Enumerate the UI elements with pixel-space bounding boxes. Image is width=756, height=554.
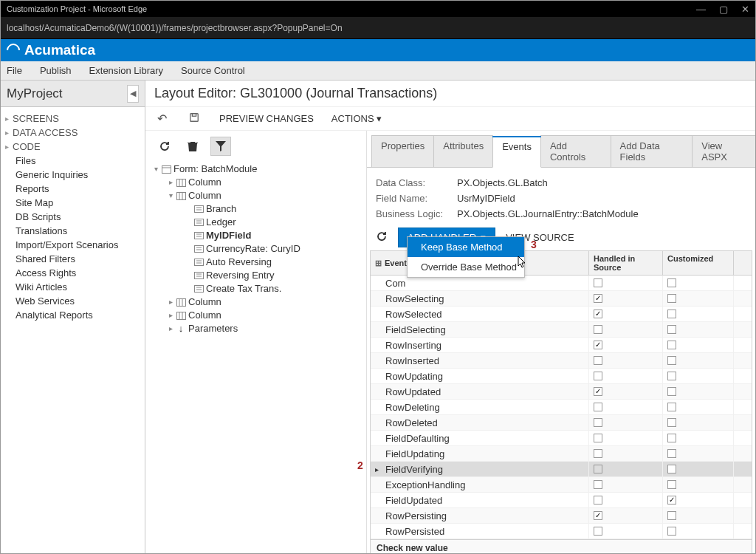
- col-event-handler[interactable]: Event: [385, 259, 407, 267]
- table-row[interactable]: ▸RowInserting: [371, 338, 752, 353]
- handled-checkbox[interactable]: [594, 527, 602, 536]
- tab-view-aspx[interactable]: View ASPX: [692, 135, 755, 167]
- table-row[interactable]: ▸RowInserted: [371, 353, 752, 369]
- sidebar-item-shared-filters[interactable]: Shared Filters: [1, 252, 145, 266]
- customized-checkbox[interactable]: [667, 465, 676, 473]
- sidebar-item-wiki-articles[interactable]: Wiki Articles: [1, 280, 145, 294]
- handled-checkbox[interactable]: [594, 294, 602, 303]
- save-icon[interactable]: [187, 112, 202, 126]
- handled-checkbox[interactable]: [594, 325, 602, 334]
- address-bar[interactable]: localhost/AcumaticaDemo6/(W(10001))/fram…: [1, 17, 755, 39]
- customized-checkbox[interactable]: [667, 387, 676, 396]
- sidebar-section-code[interactable]: ▸CODE: [1, 140, 145, 154]
- sidebar-item-db-scripts[interactable]: DB Scripts: [1, 210, 145, 224]
- customized-checkbox[interactable]: [667, 294, 676, 303]
- menu-publish[interactable]: Publish: [40, 65, 72, 76]
- handled-checkbox[interactable]: [594, 341, 602, 349]
- table-row[interactable]: ▸RowUpdating: [371, 369, 752, 384]
- tree-field-createtax[interactable]: Create Tax Trans.: [148, 281, 363, 295]
- customized-checkbox[interactable]: [667, 325, 676, 334]
- customized-checkbox[interactable]: [667, 480, 676, 489]
- sidebar-section-data-access[interactable]: ▸DATA ACCESS: [1, 126, 145, 140]
- sidebar-section-screens[interactable]: ▸SCREENS: [1, 112, 145, 126]
- handled-checkbox[interactable]: [594, 480, 602, 489]
- close-icon[interactable]: ✕: [741, 4, 749, 15]
- sidebar-item-web-services[interactable]: Web Services: [1, 294, 145, 308]
- handled-checkbox[interactable]: [594, 496, 602, 505]
- customized-checkbox[interactable]: [667, 511, 676, 520]
- tree-field-currencyrate[interactable]: CurrencyRate: CuryID: [148, 242, 363, 255]
- sidebar-item-import-export[interactable]: Import/Export Scenarios: [1, 238, 145, 252]
- tree-column-4[interactable]: ▸Column: [148, 308, 363, 321]
- table-row[interactable]: ▸ExceptionHandling: [371, 477, 752, 493]
- dropdown-keep-base[interactable]: Keep Base Method: [408, 237, 524, 257]
- customized-checkbox[interactable]: [667, 418, 676, 427]
- sidebar-collapse-icon[interactable]: ◀: [127, 85, 139, 103]
- actions-button[interactable]: ACTIONS ▾: [331, 113, 382, 124]
- handled-checkbox[interactable]: [594, 465, 602, 473]
- col-customized[interactable]: Customized: [663, 251, 734, 275]
- menu-file[interactable]: File: [7, 65, 22, 76]
- table-row[interactable]: ▸RowSelected: [371, 307, 752, 322]
- menu-source-control[interactable]: Source Control: [181, 65, 245, 76]
- customized-checkbox[interactable]: [667, 449, 676, 458]
- tab-attributes[interactable]: Attributes: [433, 135, 493, 167]
- tree-parameters[interactable]: ▸↓Parameters: [148, 321, 363, 335]
- sidebar-item-site-map[interactable]: Site Map: [1, 196, 145, 210]
- tab-properties[interactable]: Properties: [371, 135, 434, 167]
- table-row[interactable]: ▸FieldUpdating: [371, 446, 752, 462]
- tree-field-ledger[interactable]: Ledger: [148, 215, 363, 228]
- tree-field-reversingentry[interactable]: Reversing Entry: [148, 268, 363, 281]
- refresh-icon[interactable]: [154, 137, 175, 156]
- sidebar-item-files[interactable]: Files: [1, 154, 145, 168]
- table-row[interactable]: ▸RowDeleting: [371, 400, 752, 415]
- tree-column-2[interactable]: ▾Column: [148, 188, 363, 202]
- row-selector-icon[interactable]: ⊞: [375, 259, 382, 268]
- handled-checkbox[interactable]: [594, 387, 602, 396]
- handled-checkbox[interactable]: [594, 278, 602, 287]
- customized-checkbox[interactable]: [667, 278, 676, 287]
- col-handled[interactable]: Handled in Source: [589, 251, 663, 275]
- customized-checkbox[interactable]: [667, 310, 676, 318]
- tab-add-data-fields[interactable]: Add Data Fields: [611, 135, 693, 167]
- sidebar-item-access-rights[interactable]: Access Rights: [1, 266, 145, 280]
- customized-checkbox[interactable]: [667, 496, 676, 505]
- table-row[interactable]: ▸RowPersisting: [371, 508, 752, 524]
- sidebar-item-translations[interactable]: Translations: [1, 224, 145, 238]
- handled-checkbox[interactable]: [594, 372, 602, 380]
- customized-checkbox[interactable]: [667, 372, 676, 380]
- table-row[interactable]: ▸FieldVerifying: [371, 462, 752, 477]
- sidebar-item-reports[interactable]: Reports: [1, 182, 145, 196]
- minimize-icon[interactable]: —: [696, 4, 706, 15]
- tree-form-root[interactable]: ▾Form: BatchModule: [148, 162, 363, 175]
- customized-checkbox[interactable]: [667, 341, 676, 349]
- tree-field-myidfield[interactable]: MyIDField: [148, 228, 363, 242]
- customized-checkbox[interactable]: [667, 403, 676, 411]
- maximize-icon[interactable]: ▢: [719, 4, 728, 15]
- tab-events[interactable]: Events: [492, 136, 541, 168]
- sidebar-item-analytical-reports[interactable]: Analytical Reports: [1, 308, 145, 322]
- tree-column-3[interactable]: ▸Column: [148, 295, 363, 308]
- delete-icon[interactable]: [182, 137, 203, 156]
- handled-checkbox[interactable]: [594, 310, 602, 318]
- handled-checkbox[interactable]: [594, 434, 602, 442]
- tree-column-1[interactable]: ▸Column: [148, 175, 363, 188]
- table-row[interactable]: ▸Com: [371, 276, 752, 291]
- filter-icon[interactable]: [210, 137, 231, 156]
- table-row[interactable]: ▸FieldDefaulting: [371, 431, 752, 446]
- sidebar-item-generic-inquiries[interactable]: Generic Inquiries: [1, 168, 145, 182]
- customized-checkbox[interactable]: [667, 527, 676, 536]
- tab-add-controls[interactable]: Add Controls: [540, 135, 611, 167]
- table-row[interactable]: ▸RowPersisted: [371, 524, 752, 539]
- table-row[interactable]: ▸RowDeleted: [371, 415, 752, 431]
- table-row[interactable]: ▸FieldSelecting: [371, 322, 752, 338]
- preview-changes-button[interactable]: PREVIEW CHANGES: [219, 113, 314, 124]
- dropdown-override-base[interactable]: Override Base Method: [408, 257, 524, 277]
- grid-refresh-icon[interactable]: [376, 230, 388, 244]
- handled-checkbox[interactable]: [594, 418, 602, 427]
- handled-checkbox[interactable]: [594, 356, 602, 365]
- handled-checkbox[interactable]: [594, 403, 602, 411]
- undo-icon[interactable]: ↶: [154, 112, 169, 126]
- menu-extension-library[interactable]: Extension Library: [89, 65, 163, 76]
- tree-field-autoreversing[interactable]: Auto Reversing: [148, 255, 363, 268]
